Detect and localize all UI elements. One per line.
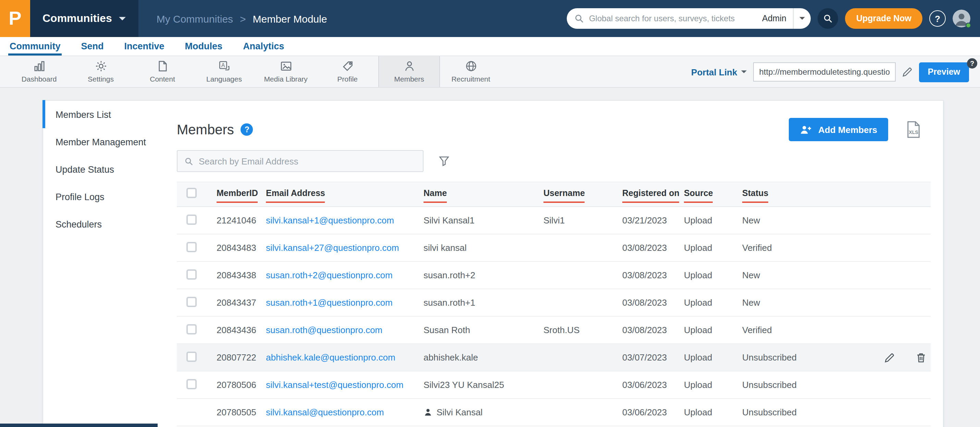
toolbar-item-dashboard[interactable]: Dashboard — [8, 56, 70, 87]
members-icon — [403, 60, 415, 72]
sidebar-item-profile-logs[interactable]: Profile Logs — [43, 183, 177, 210]
toolbar-item-members[interactable]: Members — [378, 56, 440, 87]
cell-checkbox — [177, 242, 207, 254]
row-checkbox[interactable] — [186, 242, 197, 252]
chevron-down-icon — [799, 16, 806, 21]
member-email-link[interactable]: silvi.kansal+1@questionpro.com — [266, 215, 394, 226]
row-checkbox[interactable] — [186, 351, 197, 362]
toolbar-item-languages[interactable]: ALanguages — [193, 56, 255, 87]
breadcrumb-parent[interactable]: My Communities — [157, 13, 233, 24]
members-content: Members ? Add Members XLS MemberIDEmail … — [177, 101, 944, 426]
row-checkbox[interactable] — [186, 269, 197, 279]
member-email-link[interactable]: silvi.kansal+27@questionpro.com — [266, 243, 399, 253]
cell-memberid: 20843437 — [207, 298, 256, 308]
nav-tab-analytics[interactable]: Analytics — [243, 37, 284, 56]
toolbar-item-label: Media Library — [264, 75, 307, 83]
table-row[interactable]: 20780505silvi.kansal@questionpro.comSilv… — [177, 399, 931, 426]
person-plus-icon — [800, 124, 812, 135]
column-header-label[interactable]: Username — [544, 188, 585, 202]
toolbar-item-settings[interactable]: Settings — [70, 56, 132, 87]
search-scope-caret-button[interactable] — [793, 8, 811, 29]
global-search-input[interactable] — [589, 14, 755, 23]
cell-memberid: 20843483 — [207, 243, 256, 253]
column-header-label[interactable]: MemberID — [216, 188, 258, 202]
portal-url-input[interactable] — [753, 62, 896, 81]
edit-pencil-icon[interactable] — [884, 352, 895, 363]
edit-pencil-icon[interactable] — [902, 67, 913, 78]
column-header-label[interactable]: Registered on — [622, 188, 679, 202]
toolbar-item-recruitment[interactable]: Recruitment — [440, 56, 502, 87]
column-header-label[interactable]: Name — [423, 188, 447, 202]
cell-memberid: 20780505 — [207, 407, 256, 417]
search-scope-dropdown[interactable]: Admin — [755, 14, 793, 23]
toolbar-item-profile[interactable]: Profile — [317, 56, 378, 87]
table-row[interactable]: 20843438susan.roth+2@questionpro.comsusa… — [177, 262, 931, 289]
row-checkbox[interactable] — [186, 296, 197, 307]
member-search-input[interactable] — [199, 156, 416, 166]
upgrade-now-button[interactable]: Upgrade Now — [845, 8, 923, 29]
member-email-link[interactable]: susan.roth+1@questionpro.com — [266, 298, 393, 308]
export-xls-icon[interactable]: XLS — [906, 121, 921, 139]
cell-status: Unsubscribed — [733, 380, 931, 390]
add-members-label: Add Members — [818, 124, 877, 135]
questionpro-logo[interactable]: P — [0, 0, 30, 37]
table-row[interactable]: 20843437susan.roth+1@questionpro.comsusa… — [177, 289, 931, 317]
online-status-dot — [966, 22, 971, 28]
product-switcher[interactable]: Communities — [30, 0, 139, 37]
cell-source: Upload — [675, 243, 733, 253]
cell-checkbox — [177, 351, 207, 363]
select-all-checkbox[interactable] — [186, 188, 197, 198]
nav-tab-incentive[interactable]: Incentive — [124, 37, 164, 56]
column-header-label[interactable]: Email Address — [266, 188, 325, 202]
row-checkbox[interactable] — [186, 324, 197, 334]
member-name: susan.roth+2 — [423, 270, 475, 280]
cell-name: Silvi Kansal1 — [414, 215, 534, 226]
column-header-label[interactable]: Source — [684, 188, 713, 202]
global-search[interactable]: Admin — [567, 8, 811, 29]
title-row: Members ? Add Members XLS — [177, 117, 944, 142]
sidebar-item-update-status[interactable]: Update Status — [43, 156, 177, 183]
search-icon — [185, 157, 193, 166]
cell-registered-on: 03/21/2023 — [612, 215, 675, 226]
portal-link-dropdown[interactable]: Portal Link — [691, 67, 747, 77]
member-email-link[interactable]: abhishek.kale@questionpro.com — [266, 352, 395, 363]
sidebar-item-member-management[interactable]: Member Management — [43, 128, 177, 156]
toolbar-item-content[interactable]: Content — [132, 56, 193, 87]
member-email-link[interactable]: silvi.kansal@questionpro.com — [266, 407, 384, 417]
top-header: P Communities My Communities > Member Mo… — [0, 0, 980, 37]
nav-tab-send[interactable]: Send — [81, 37, 104, 56]
nav-tab-modules[interactable]: Modules — [185, 37, 223, 56]
member-email-link[interactable]: susan.roth+2@questionpro.com — [266, 270, 393, 280]
table-row[interactable]: 20843436susan.roth@questionpro.comSusan … — [177, 317, 931, 344]
cell-memberid: 20807722 — [207, 352, 256, 363]
help-icon[interactable]: ? — [929, 10, 946, 27]
cell-username: Sroth.US — [534, 325, 612, 335]
member-email-link[interactable]: silvi.kansal+test@questionpro.com — [266, 380, 403, 390]
nav-tab-community[interactable]: Community — [10, 37, 60, 56]
row-checkbox[interactable] — [186, 214, 197, 225]
member-email-link[interactable]: susan.roth@questionpro.com — [266, 325, 382, 335]
help-icon[interactable]: ? — [241, 123, 253, 136]
row-checkbox[interactable] — [186, 379, 197, 389]
sidebar-item-members-list[interactable]: Members List — [43, 101, 177, 128]
table-row[interactable]: 20843483silvi.kansal+27@questionpro.coms… — [177, 234, 931, 262]
preview-button[interactable]: Preview — [919, 62, 969, 82]
column-header-label[interactable]: Status — [742, 188, 768, 202]
help-icon-small[interactable]: ? — [967, 58, 977, 69]
table-row[interactable]: 21241046silvi.kansal+1@questionpro.comSi… — [177, 207, 931, 234]
filter-icon[interactable] — [439, 156, 450, 167]
cell-source: Upload — [675, 380, 733, 390]
cell-name: susan.roth+1 — [414, 298, 534, 308]
sidebar-item-schedulers[interactable]: Schedulers — [43, 210, 177, 238]
search-submit-button[interactable] — [818, 8, 838, 29]
avatar[interactable] — [953, 10, 970, 27]
table-row[interactable]: 20807722abhishek.kale@questionpro.comabh… — [177, 344, 931, 371]
cell-memberid: 20843438 — [207, 270, 256, 280]
app: P Communities My Communities > Member Mo… — [0, 0, 980, 427]
member-search[interactable] — [177, 150, 423, 172]
delete-trash-icon[interactable] — [916, 352, 926, 363]
add-members-button[interactable]: Add Members — [789, 118, 888, 141]
table-row[interactable]: 20780506silvi.kansal+test@questionpro.co… — [177, 371, 931, 399]
member-name: Silvi Kansal1 — [423, 215, 474, 226]
toolbar-item-media-library[interactable]: Media Library — [255, 56, 317, 87]
